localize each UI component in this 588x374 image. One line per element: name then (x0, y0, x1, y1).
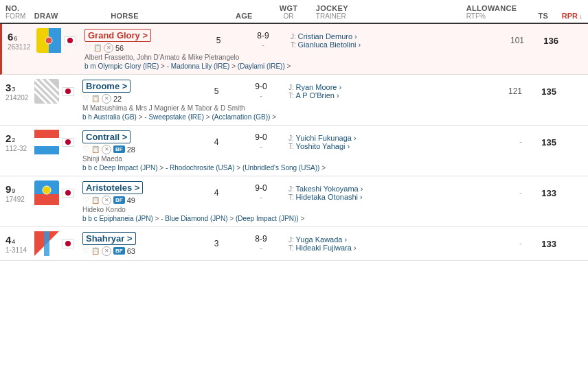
horse-number: 6 (8, 31, 13, 43)
ts-cell: 101 (497, 36, 524, 45)
doc-icon: 📋 (91, 196, 100, 204)
header-no: NO. (5, 4, 34, 12)
odds-number: 49 (127, 196, 135, 204)
horse-wgt: 9-0 (234, 132, 289, 142)
header-ts: TS (521, 12, 548, 20)
trainer-link[interactable]: Yoshito Yahagi › (296, 142, 350, 150)
horse-silk (36, 28, 61, 53)
trainer-link[interactable]: Gianluca Bietolini › (298, 40, 361, 49)
horse-name-link[interactable]: Shahryar > (82, 232, 136, 245)
horse-form: 214202 (5, 94, 28, 102)
horse-silk (34, 130, 59, 154)
x-circle-icon: ✕ (102, 196, 111, 205)
breeding-link[interactable]: (Daylami (IRE)) (238, 62, 285, 70)
horse-name-link[interactable]: Broome > (82, 80, 131, 93)
horse-row: 99 17492 Aristoteles > ♡ 📋 (0, 176, 588, 227)
breeding-link[interactable]: b b c Deep Impact (JPN) (82, 164, 157, 172)
trainer-line: T: Hidetaka Otonashi › (289, 193, 440, 201)
flag-japan-icon (62, 138, 74, 147)
breeding-link[interactable]: b b c Epiphaneia (JPN) (82, 215, 153, 222)
breeding-link[interactable]: (Deep Impact (JPN)) (236, 215, 299, 222)
rpr-cell: 136 (524, 36, 558, 46)
horse-draw: 6 (14, 35, 17, 42)
jockey-link[interactable]: Takeshi Yokoyama › (296, 185, 363, 193)
breeding-link[interactable]: b m Olympic Glory (IRE) (84, 62, 159, 70)
horse-or: - (234, 244, 289, 253)
table-header: NO. FORM DRAW HORSE AGE WGT OR JOCKEY TR… (0, 0, 588, 24)
breeding-link[interactable]: (Unbridled's Song (USA)) (242, 164, 320, 172)
jockey-link[interactable]: Yuga Kawada › (296, 235, 348, 244)
horse-silk (34, 231, 59, 256)
horse-number: 9 (5, 183, 11, 195)
breeding-link[interactable]: b h Australia (GB) (82, 113, 137, 121)
x-circle-icon: ✕ (102, 145, 111, 154)
trainer-link[interactable]: Hideaki Fujiwara › (296, 244, 357, 252)
jockey-link[interactable]: Yuichi Fukunaga › (296, 134, 357, 142)
trainer-link[interactable]: A P O'Brien › (296, 91, 339, 100)
horse-wgt: 8-9 (234, 234, 289, 244)
header-jockey: JOCKEY (316, 4, 466, 12)
owners-row: Albert Frassetto, John D'Amato & Mike Pi… (84, 54, 583, 61)
jockey-link[interactable]: Cristian Demuro › (298, 32, 357, 40)
svg-point-17 (43, 186, 51, 194)
doc-icon: 📋 (93, 44, 102, 51)
trainer-link[interactable]: Hidetaka Otonashi › (296, 193, 363, 201)
x-circle-icon: ✕ (104, 43, 113, 53)
owners-row: Shinji Maeda (82, 155, 583, 163)
bf-badge: BF (113, 145, 125, 153)
horse-or: - (234, 142, 289, 152)
breeding-row: b h Australia (GB) > - Sweepstake (IRE) … (82, 113, 583, 121)
horse-silk (34, 180, 59, 205)
ts-cell: 121 (495, 86, 522, 96)
horse-row: 22 112-32 Contrail > (0, 126, 588, 176)
flag-japan-icon (62, 87, 74, 96)
rpr-cell: 133 (522, 239, 556, 249)
horse-age: 5 (199, 86, 234, 96)
heart-icon: ♡ (82, 145, 89, 154)
x-circle-icon: ✕ (102, 94, 111, 104)
horse-wgt: 9-0 (234, 82, 289, 91)
doc-icon: 📋 (91, 247, 100, 255)
horse-name-link[interactable]: Contrail > (82, 130, 131, 143)
horse-name-link[interactable]: Grand Glory > (84, 29, 151, 42)
heart-icon: ♡ (82, 94, 89, 103)
breeding-link[interactable]: - Madonna Lily (IRE) (167, 62, 230, 70)
doc-icon: 📋 (91, 145, 100, 153)
flag-japan-icon (62, 189, 74, 198)
svg-rect-20 (44, 231, 49, 256)
header-rtf: RTF% (466, 12, 521, 20)
horse-name-link[interactable]: Aristoteles > (82, 181, 143, 194)
header-draw: DRAW (34, 12, 63, 20)
breeding-link[interactable]: - Sweepstake (IRE) (144, 113, 204, 121)
trainer-line: T: Hideaki Fujiwara › (289, 244, 440, 252)
horse-draw: 4 (12, 238, 15, 245)
horse-form: 112-32 (5, 145, 27, 152)
horse-wgt: 8-9 (236, 31, 291, 40)
heart-icon: ♡ (82, 196, 89, 204)
trainer-line: T: Gianluca Bietolini › (291, 40, 442, 49)
ts-value: 121 (508, 86, 522, 96)
heart-icon: ♡ (84, 43, 91, 52)
breeding-link[interactable]: - Blue Diamond (JPN) (161, 215, 227, 222)
breeding-link[interactable]: - Rhodochrosite (USA) (166, 164, 235, 172)
horse-wgt: 9-0 (234, 183, 289, 193)
horse-form: 263112 (8, 43, 30, 51)
jockey-line: J: Takeshi Yokoyama › (289, 185, 440, 193)
header-wgt: WGT (261, 4, 316, 12)
rpr-cell: 135 (522, 137, 556, 148)
header-trainer: TRAINER (316, 12, 466, 20)
header-allowance: ALLOWANCE (466, 4, 521, 12)
horse-row: 33 214202 Broome > ♡ (0, 75, 588, 126)
jockey-link[interactable]: Ryan Moore › (296, 83, 342, 91)
ts-value: 101 (510, 36, 524, 45)
horse-or: - (234, 91, 289, 101)
horse-age: 4 (199, 188, 234, 198)
breeding-link[interactable]: (Acclamation (GB)) (212, 113, 270, 121)
header-age: AGE (227, 12, 261, 20)
rpr-cell: 133 (522, 188, 556, 198)
bf-badge: BF (113, 247, 125, 255)
jockey-line: J: Yuichi Fukunaga › (289, 134, 440, 142)
jockey-line: J: Ryan Moore › (289, 83, 440, 91)
horse-age: 4 (199, 137, 234, 147)
horse-number: 4 (5, 234, 11, 246)
